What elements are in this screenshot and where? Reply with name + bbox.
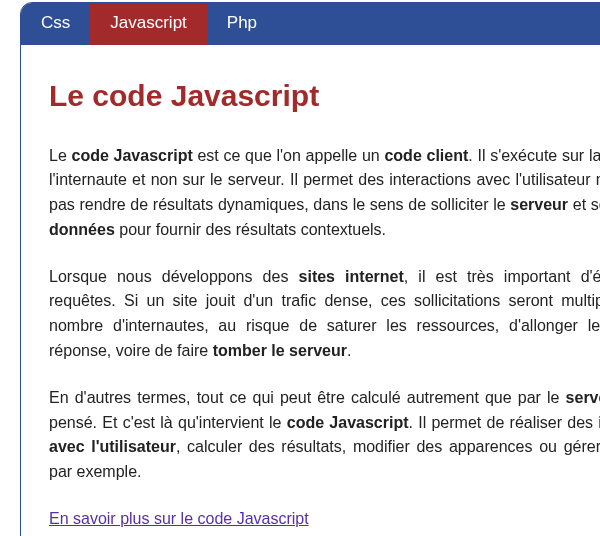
paragraph-3: En d'autres termes, tout ce qui peut êtr… bbox=[49, 386, 600, 485]
text: En d'autres termes, tout ce qui peut êtr… bbox=[49, 389, 566, 406]
tab-bar: Css Javascript Php bbox=[21, 3, 600, 45]
bold-text: serveur bbox=[510, 196, 568, 213]
learn-more-link[interactable]: En savoir plus sur le code Javascript bbox=[49, 510, 309, 527]
text: . bbox=[347, 342, 351, 359]
bold-text: serveur bbox=[566, 389, 600, 406]
page-frame: Css Javascript Php Le code Javascript Le… bbox=[20, 2, 600, 536]
text: et ses bbox=[568, 196, 600, 213]
bold-text: code Javascript bbox=[72, 147, 193, 164]
paragraph-1: Le code Javascript est ce que l'on appel… bbox=[49, 144, 600, 243]
text: Le bbox=[49, 147, 72, 164]
tab-javascript[interactable]: Javascript bbox=[90, 3, 207, 45]
bold-text: code client bbox=[384, 147, 468, 164]
text: Lorsque nous développons des bbox=[49, 268, 299, 285]
text: pour fournir des résultats contextuels. bbox=[115, 221, 386, 238]
text: est ce que l'on appelle un bbox=[193, 147, 385, 164]
tab-css[interactable]: Css bbox=[21, 3, 90, 45]
tab-content: Le code Javascript Le code Javascript es… bbox=[21, 45, 600, 536]
bold-text: code Javascript bbox=[287, 414, 409, 431]
tab-php[interactable]: Php bbox=[207, 3, 277, 45]
bold-text: tomber le serveur bbox=[213, 342, 347, 359]
page-title: Le code Javascript bbox=[49, 73, 600, 120]
paragraph-2: Lorsque nous développons des sites inter… bbox=[49, 265, 600, 364]
bold-text: sites internet bbox=[299, 268, 404, 285]
text: . Il permet de réaliser des bbox=[409, 414, 599, 431]
